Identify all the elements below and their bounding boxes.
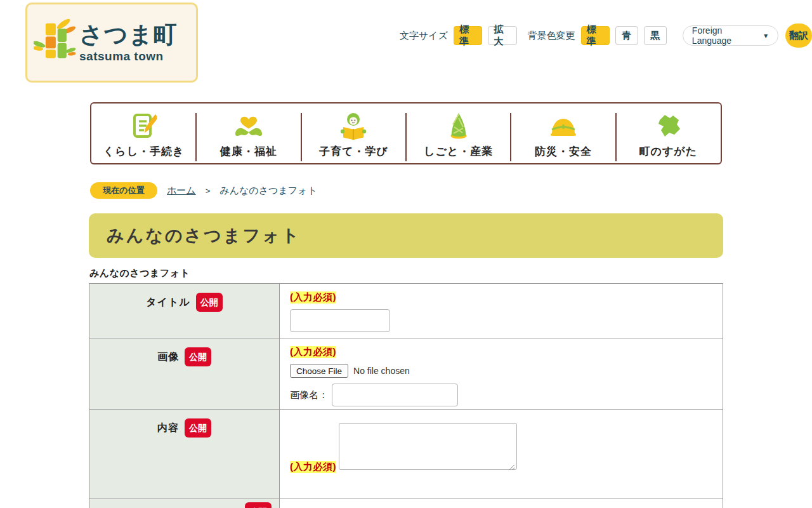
choose-file-button[interactable]: Choose File bbox=[290, 364, 348, 378]
bg-color-label: 背景色変更 bbox=[528, 30, 575, 42]
image-name-input[interactable] bbox=[332, 384, 458, 406]
form-heading: みんなのさつまフォト bbox=[89, 267, 190, 279]
content-field-label: 内容 bbox=[157, 418, 179, 438]
site-subtitle: satsuma town bbox=[79, 50, 178, 62]
nav-item-kurashi[interactable]: くらし・手続き bbox=[91, 104, 196, 163]
nav-item-label: しごと・産業 bbox=[424, 144, 493, 159]
nav-item-kosodate[interactable]: 子育て・学び bbox=[301, 104, 406, 163]
nav-item-label: 子育て・学び bbox=[319, 144, 388, 159]
breadcrumb-home-link[interactable]: ホーム bbox=[167, 185, 196, 197]
breadcrumb-location-badge: 現在の位置 bbox=[90, 182, 157, 199]
hands-heart-icon bbox=[233, 110, 264, 141]
breadcrumb-separator: > bbox=[206, 186, 211, 196]
content-textarea[interactable] bbox=[339, 423, 517, 470]
header-controls: 文字サイズ 標準 拡大 背景色変更 標準 青 黒 Foreign Languag… bbox=[400, 23, 812, 48]
photo-submission-form: タイトル 公開 (入力必須) 画像 公開 (入力必須) Choose File … bbox=[89, 283, 723, 508]
bg-color-black-button[interactable]: 黒 bbox=[644, 26, 667, 45]
form-row-image: 画像 公開 (入力必須) Choose File No file chosen … bbox=[89, 338, 723, 410]
image-name-label: 画像名： bbox=[290, 389, 328, 401]
font-size-standard-button[interactable]: 標準 bbox=[454, 26, 482, 45]
form-row-title-header: タイトル 公開 bbox=[89, 284, 280, 338]
public-badge: 公開 bbox=[245, 502, 272, 508]
page-title-banner: みんなのさつまフォト bbox=[89, 213, 723, 258]
nav-item-label: 町のすがた bbox=[639, 144, 698, 159]
form-row-next: 公開 bbox=[89, 498, 723, 508]
bg-color-standard-button[interactable]: 標準 bbox=[581, 26, 610, 45]
page-title: みんなのさつまフォト bbox=[89, 224, 301, 247]
form-row-content-header: 内容 公開 bbox=[89, 410, 280, 498]
required-note: (入力必須) bbox=[290, 346, 336, 358]
breadcrumb: 現在の位置 ホーム > みんなのさつまフォト bbox=[90, 182, 317, 199]
document-pen-icon bbox=[129, 110, 159, 141]
public-badge: 公開 bbox=[185, 418, 211, 438]
helmet-icon bbox=[548, 110, 579, 141]
child-reading-icon bbox=[338, 110, 369, 141]
language-selector-label: Foreign Language bbox=[692, 25, 756, 46]
form-row-content: 内容 公開 (入力必須) bbox=[89, 410, 723, 498]
chevron-down-icon: ▼ bbox=[763, 32, 769, 39]
font-size-enlarge-button[interactable]: 拡大 bbox=[488, 26, 516, 45]
form-row-next-header: 公開 bbox=[89, 498, 280, 508]
site-logo[interactable]: さつま町 satsuma town bbox=[25, 3, 198, 83]
required-note: (入力必須) bbox=[290, 291, 336, 304]
bamboo-shoot-icon bbox=[443, 110, 474, 141]
main-navigation: くらし・手続き 健康・福祉 子 bbox=[90, 102, 722, 164]
nav-item-bousai[interactable]: 防災・安全 bbox=[511, 104, 615, 163]
nav-item-label: くらし・手続き bbox=[103, 144, 185, 159]
translate-button[interactable]: 翻訳 bbox=[785, 23, 812, 48]
site-title: さつま町 bbox=[79, 23, 178, 46]
title-field-label: タイトル bbox=[146, 293, 190, 312]
nav-item-label: 防災・安全 bbox=[535, 144, 592, 159]
form-row-title: タイトル 公開 (入力必須) bbox=[89, 284, 723, 338]
town-map-icon bbox=[653, 110, 683, 141]
nav-item-machi[interactable]: 町のすがた bbox=[616, 104, 721, 163]
nav-item-label: 健康・福祉 bbox=[220, 144, 277, 159]
public-badge: 公開 bbox=[196, 293, 223, 312]
form-row-image-header: 画像 公開 bbox=[89, 338, 280, 409]
breadcrumb-current-page: みんなのさつまフォト bbox=[219, 185, 317, 197]
file-chosen-status: No file chosen bbox=[353, 366, 410, 376]
title-input[interactable] bbox=[290, 309, 390, 332]
required-note: (入力必須) bbox=[290, 461, 336, 473]
bg-color-blue-button[interactable]: 青 bbox=[615, 26, 638, 45]
language-selector[interactable]: Foreign Language ▼ bbox=[683, 25, 778, 46]
nav-item-shigoto[interactable]: しごと・産業 bbox=[406, 104, 511, 163]
public-badge: 公開 bbox=[185, 347, 211, 366]
bamboo-icon bbox=[34, 15, 75, 70]
nav-item-kenkou[interactable]: 健康・福祉 bbox=[196, 104, 301, 163]
image-field-label: 画像 bbox=[157, 347, 179, 366]
font-size-label: 文字サイズ bbox=[400, 30, 448, 42]
